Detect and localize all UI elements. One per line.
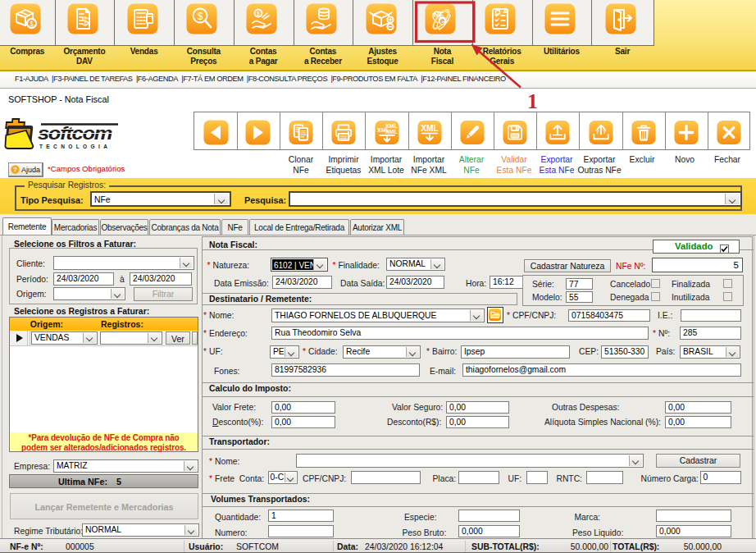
- svg-text:TECNOLOGIA: TECNOLOGIA: [39, 144, 111, 149]
- svg-text:?: ?: [595, 128, 599, 134]
- svg-text:XML: XML: [385, 127, 398, 135]
- svg-text:?: ?: [603, 128, 606, 134]
- svg-text:XML: XML: [421, 124, 438, 133]
